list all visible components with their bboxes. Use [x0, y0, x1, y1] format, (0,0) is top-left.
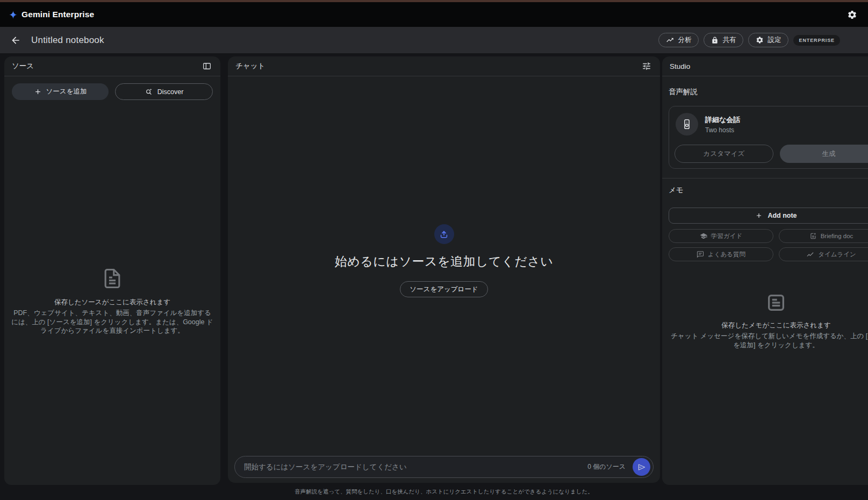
- gear-icon: [847, 10, 857, 20]
- audio-interactive-notice: 音声解説を遮って、質問をしたり、口を挟んだり、ホストにリクエストしたりすることが…: [228, 488, 660, 496]
- notebook-header: Untitled notebook 分析 共有 設定 ENTERPRISE: [0, 27, 868, 53]
- studio-panel: Studio 音声解説 詳細な会話 Two hosts カスタマイズ 生成 メモ: [662, 56, 868, 485]
- divider: [662, 178, 868, 178]
- audio-overview-title: 音声解説: [669, 87, 868, 97]
- chat-bubble-icon: [697, 251, 704, 258]
- graduation-cap-icon: [700, 232, 707, 240]
- analytics-button[interactable]: 分析: [658, 33, 699, 47]
- app-settings-button[interactable]: [845, 8, 859, 22]
- send-icon: [637, 462, 647, 472]
- audio-card-subtitle: Two hosts: [705, 126, 740, 134]
- generate-button[interactable]: 生成: [780, 145, 868, 163]
- app-title: Gemini Enterprise: [21, 10, 94, 19]
- audio-card-title: 詳細な会話: [705, 115, 740, 125]
- sources-empty-state: 保存したソースがここに表示されます PDF、ウェブサイト、テキスト、動画、音声フ…: [4, 267, 220, 335]
- chat-empty-title: 始めるにはソースを追加してください: [335, 253, 554, 270]
- discover-sources-button[interactable]: Discover: [115, 83, 213, 100]
- notes-empty-title: 保存したメモがここに表示されます: [669, 321, 868, 330]
- back-button[interactable]: [8, 32, 24, 48]
- chat-panel-title: チャット: [235, 61, 265, 71]
- add-note-button[interactable]: Add note: [669, 208, 868, 224]
- notes-section-title: メモ: [669, 185, 868, 195]
- lock-icon: [711, 37, 719, 44]
- gemini-sparkle-icon: [9, 10, 18, 19]
- notebook-title[interactable]: Untitled notebook: [31, 35, 104, 46]
- app-bar: Gemini Enterprise: [0, 2, 868, 27]
- note-icon: [765, 292, 787, 313]
- sources-empty-title: 保存したソースがここに表示されます: [11, 298, 214, 307]
- side-panel-icon: [202, 61, 212, 71]
- arrow-left-icon: [10, 35, 21, 46]
- brand: Gemini Enterprise: [9, 10, 94, 19]
- chart-line-icon: [806, 251, 814, 259]
- plus-icon: [34, 88, 42, 96]
- chat-settings-button[interactable]: [641, 60, 652, 72]
- notes-empty-description: チャット メッセージを保存して新しいメモを作成するか、上の [メモを追加] をク…: [669, 332, 868, 349]
- customize-button[interactable]: カスタマイズ: [675, 145, 773, 163]
- notes-empty-state: 保存したメモがここに表示されます チャット メッセージを保存して新しいメモを作成…: [669, 292, 868, 349]
- header-actions: 分析 共有 設定 ENTERPRISE: [658, 33, 840, 47]
- speaker-icon: [676, 113, 698, 135]
- send-button[interactable]: [633, 458, 650, 476]
- collapse-panel-button[interactable]: [201, 60, 213, 72]
- add-source-button[interactable]: ソースを追加: [12, 83, 109, 100]
- discover-icon: [145, 88, 153, 96]
- enterprise-badge: ENTERPRISE: [793, 35, 840, 46]
- tune-icon: [642, 61, 651, 71]
- trending-up-icon: [666, 36, 674, 44]
- faq-chip[interactable]: よくある質問: [669, 247, 773, 261]
- audio-overview-card: 詳細な会話 Two hosts カスタマイズ 生成: [669, 106, 868, 169]
- chat-empty-state: 始めるにはソースを追加してください ソースをアップロード: [228, 71, 660, 451]
- sources-panel-title: ソース: [12, 61, 34, 71]
- gear-icon: [756, 36, 764, 44]
- chat-input-bar: 0 個のソース: [234, 456, 654, 478]
- upload-icon: [434, 224, 454, 244]
- settings-button[interactable]: 設定: [748, 33, 788, 47]
- share-button[interactable]: 共有: [704, 33, 743, 47]
- plus-icon: [755, 212, 763, 219]
- doc-add-icon: [809, 232, 817, 240]
- sources-empty-description: PDF、ウェブサイト、テキスト、動画、音声ファイルを追加するには、上の [ソース…: [11, 309, 214, 335]
- studio-panel-title: Studio: [670, 62, 690, 70]
- chat-input[interactable]: [244, 463, 583, 471]
- document-icon: [101, 267, 124, 290]
- source-count: 0 個のソース: [587, 462, 626, 472]
- briefing-doc-chip[interactable]: Briefing doc: [779, 229, 868, 243]
- note-type-chips: 学習ガイド Briefing doc よくある質問 タイムライン: [669, 229, 868, 261]
- timeline-chip[interactable]: タイムライン: [779, 247, 868, 261]
- upload-source-button[interactable]: ソースをアップロード: [400, 281, 487, 297]
- chat-panel: チャット 始めるにはソースを追加してください ソースをアップロード 0 個のソー…: [228, 56, 660, 483]
- study-guide-chip[interactable]: 学習ガイド: [669, 229, 773, 243]
- sources-panel: ソース ソースを追加 Discover 保存したソースがここに表示されます PD…: [4, 56, 220, 485]
